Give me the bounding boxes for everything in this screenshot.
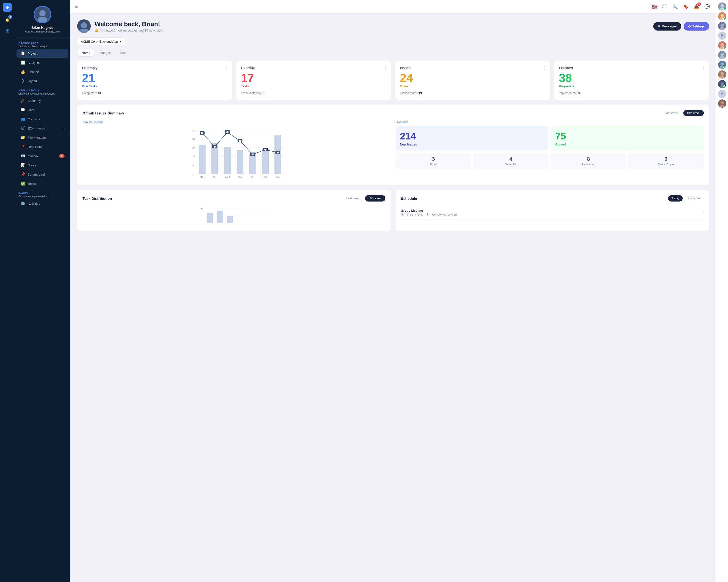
inbox-icon[interactable]: 📥 5 [693, 3, 700, 11]
summary-card-summary: Summary ⋮ 21 Due Tasks Completed: 13 [77, 61, 232, 100]
bar-thu [237, 149, 243, 174]
svg-point-22 [721, 4, 724, 7]
notes-icon: 📝 [20, 163, 25, 167]
sidebar-item-crypto[interactable]: ₿ Crypto [17, 77, 69, 85]
menu-toggle-icon[interactable]: ≡ [75, 4, 78, 9]
main-area: ≡ 🇺🇸 ⛶ 🔍 🔖 📥 5 💬 Welcome back, Brian! 🔔 … [70, 0, 716, 582]
sidebar-item-activities[interactable]: ⚙️ Activities [17, 199, 69, 208]
topbar: ≡ 🇺🇸 ⛶ 🔍 🔖 📥 5 💬 [70, 0, 716, 13]
x-label-thu: Thu [238, 176, 242, 178]
svg-point-25 [721, 14, 724, 17]
sidebar-label-activities: Activities [28, 202, 40, 205]
dot-label-tue: 28 [213, 145, 216, 148]
sidebar-profile: Brian Hughes hughes.brian@company.com [15, 0, 70, 38]
issues-more-icon[interactable]: ⋮ [542, 65, 547, 70]
sidebar-section-sub-apps: Custom made application designs [19, 92, 67, 95]
schedule-arrow-icon[interactable]: › [703, 211, 704, 215]
github-this-week-btn[interactable]: This Week [683, 110, 704, 116]
svg-text:0: 0 [192, 173, 193, 175]
summary-more-icon[interactable]: ⋮ [225, 65, 229, 70]
avatar-7[interactable] [718, 61, 726, 69]
summary-card-issues: Issues ⋮ 24 Open Closed today: 19 [395, 61, 550, 100]
search-icon[interactable]: 🔍 [671, 3, 679, 11]
project-selector[interactable]: ACME Corp. Backend App ▾ [77, 38, 125, 45]
svg-text:27: 27 [192, 147, 195, 149]
features-title: Features [559, 66, 704, 70]
sidebar-label-mailbox: Mailbox [28, 154, 38, 158]
left-icon-bar: ◆ 🔔 👤 [0, 0, 15, 582]
task-dist-this-week-btn[interactable]: This Week [365, 195, 385, 201]
sidebar-item-scrumboard[interactable]: 📌 Scrumboard [17, 170, 69, 179]
tasks-icon: ✅ [20, 182, 25, 186]
avatar-9[interactable] [718, 80, 726, 88]
svg-point-31 [721, 43, 724, 46]
svg-rect-19 [217, 211, 223, 223]
user-profile-icon[interactable]: 👤 [3, 26, 11, 35]
tab-home[interactable]: Home [77, 49, 95, 56]
sidebar-section-applications: APPLICATIONS Custom made application des… [15, 85, 70, 96]
avatar-2[interactable] [718, 12, 726, 20]
tab-team[interactable]: Team [115, 49, 132, 56]
task-dist-last-week-btn[interactable]: Last Week [343, 195, 363, 201]
fixed-label: Fixed [398, 163, 468, 166]
summary-title: Summary [82, 66, 227, 70]
svg-point-46 [721, 101, 724, 105]
helpcenter-icon: ❓ [20, 144, 25, 149]
dot-label-fri: 20 [252, 153, 254, 156]
helpcenter-arrow-icon: › [64, 145, 64, 148]
sidebar-item-chat[interactable]: 💬 Chat [17, 106, 69, 114]
tab-budget[interactable]: Budget [96, 49, 114, 56]
sidebar-item-analytics[interactable]: 📊 Analytics [17, 58, 69, 67]
notifications-icon[interactable]: 🔔 [3, 16, 11, 24]
avatar-6[interactable] [718, 51, 726, 59]
sidebar-section-label-apps: APPLICATIONS [19, 89, 67, 92]
avatar-5[interactable] [718, 41, 726, 50]
svg-point-37 [721, 62, 724, 66]
sidebar-item-academy[interactable]: 🎓 Academy [17, 96, 69, 105]
ecommerce-icon: 🛒 [20, 126, 25, 131]
overview-bottom: 3 Fixed 4 Won't Fix 8 Re-opened 6 [395, 153, 704, 169]
sidebar-item-project[interactable]: 📋 Project [17, 49, 69, 58]
sidebar-label-filemanager: File Manager [28, 136, 46, 139]
sidebar-item-helpcenter[interactable]: ❓ Help Center › [17, 142, 69, 151]
schedule-actions: Today Tomorrow [668, 195, 704, 201]
schedule-today-btn[interactable]: Today [668, 195, 683, 201]
features-sub: Implemented: 16 [559, 91, 704, 95]
bookmark-icon[interactable]: 🔖 [682, 3, 690, 11]
overdue-more-icon[interactable]: ⋮ [383, 65, 388, 70]
svg-text:36: 36 [192, 138, 195, 140]
schedule-tomorrow-btn[interactable]: Tomorrow [684, 195, 704, 201]
settings-button[interactable]: ⚙ Settings [683, 22, 709, 31]
schedule-header: Schedule Today Tomorrow [401, 195, 704, 201]
sidebar-avatar [34, 6, 51, 23]
avatar-1[interactable] [718, 2, 726, 11]
fullscreen-icon[interactable]: ⛶ [660, 3, 668, 11]
avatar-m-1[interactable]: M [718, 31, 726, 40]
app-logo[interactable]: ◆ [3, 3, 11, 11]
sidebar-item-ecommerce[interactable]: 🛒 ECommerce › [17, 124, 69, 133]
sidebar-item-finance[interactable]: 💰 Finance [17, 67, 69, 76]
avatar-3[interactable] [718, 22, 726, 30]
bar-mon [199, 145, 206, 174]
sidebar-item-tasks[interactable]: ✅ Tasks [17, 179, 69, 188]
avatar-11[interactable] [718, 100, 726, 108]
avatar-8[interactable] [718, 70, 726, 79]
closed-number: 75 [555, 131, 699, 142]
sidebar-item-mailbox[interactable]: 📧 Mailbox 27 [17, 151, 69, 160]
language-flag[interactable]: 🇺🇸 [652, 4, 658, 10]
task-dist-title: Task Distribution [82, 196, 112, 200]
crypto-icon: ₿ [20, 79, 25, 83]
svg-point-40 [721, 72, 724, 76]
sidebar-item-contacts[interactable]: 👥 Contacts [17, 115, 69, 123]
task-dist-svg: 40 [82, 206, 385, 225]
features-more-icon[interactable]: ⋮ [701, 65, 706, 70]
chevron-down-icon: ▾ [120, 40, 122, 44]
sidebar-item-notes[interactable]: 📝 Notes [17, 161, 69, 169]
sidebar-item-filemanager[interactable]: 📁 File Manager [17, 133, 69, 142]
avatar-m-2[interactable]: M [718, 90, 726, 98]
schedule-item-meta: 🕐 in 32 minutes 📍 Conference room 1B [401, 213, 703, 216]
sidebar-email: hughes.brian@company.com [25, 30, 60, 33]
github-last-week-btn[interactable]: Last Week [661, 110, 682, 116]
messages-button[interactable]: ✉ Messages [653, 22, 681, 31]
chat-topbar-icon[interactable]: 💬 [703, 3, 711, 11]
